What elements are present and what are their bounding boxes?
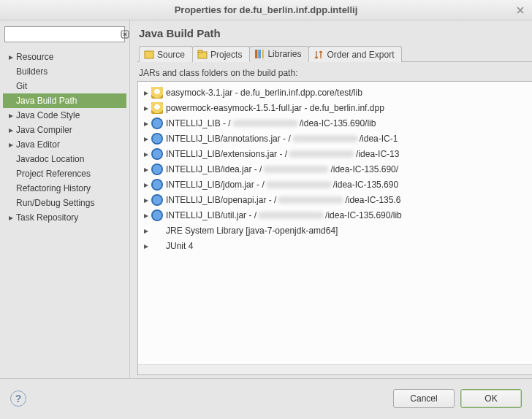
sidebar-item-resource[interactable]: ▸Resource bbox=[3, 50, 126, 64]
svg-rect-1 bbox=[145, 51, 153, 58]
tab-libraries[interactable]: Libraries bbox=[249, 46, 309, 62]
classpath-entry[interactable]: ▸JRE System Library [java-7-openjdk-amd6… bbox=[141, 223, 532, 238]
entry-text-suffix: /idea-IC-135.690 bbox=[333, 180, 398, 190]
order-icon bbox=[314, 50, 324, 60]
sidebar-item-label: Builders bbox=[16, 66, 48, 77]
expand-icon: ▸ bbox=[141, 88, 151, 98]
entry-text: INTELLIJ_LIB/idea.jar - / bbox=[166, 164, 262, 174]
category-tree[interactable]: ▸ResourceBuildersGitJava Build Path▸Java… bbox=[3, 48, 126, 375]
sidebar-item-java-editor[interactable]: ▸Java Editor bbox=[3, 137, 126, 152]
classpath-entry[interactable]: ▸INTELLIJ_LIB/openapi.jar - //idea-IC-13… bbox=[141, 192, 532, 207]
classpath-entry[interactable]: ▸powermock-easymock-1.5.1-full.jar - de.… bbox=[141, 100, 532, 115]
entry-text: JUnit 4 bbox=[166, 241, 193, 251]
projects-icon bbox=[197, 50, 208, 60]
redacted-path bbox=[258, 212, 324, 219]
tab-body: JARs and class folders on the build path… bbox=[137, 65, 532, 375]
page-title: Java Build Path bbox=[139, 27, 221, 39]
ok-button[interactable]: OK bbox=[460, 389, 522, 408]
classpath-entry[interactable]: ▸INTELLIJ_LIB/extensions.jar - //idea-IC… bbox=[141, 146, 532, 161]
classpath-entry[interactable]: ▸INTELLIJ_LIB/jdom.jar - //idea-IC-135.6… bbox=[141, 177, 532, 192]
expand-icon: ▸ bbox=[6, 125, 16, 135]
expand-icon: ▸ bbox=[141, 226, 151, 236]
sidebar-item-project-references[interactable]: Project References bbox=[3, 166, 126, 181]
expand-icon: ▸ bbox=[6, 110, 16, 120]
classpath-entry[interactable]: ▸easymock-3.1.jar - de.fu_berlin.inf.dpp… bbox=[141, 85, 532, 100]
expand-icon: ▸ bbox=[141, 195, 151, 205]
tab-projects[interactable]: Projects bbox=[192, 46, 250, 62]
sidebar-item-builders[interactable]: Builders bbox=[3, 64, 126, 79]
sidebar: ▸ResourceBuildersGitJava Build Path▸Java… bbox=[0, 20, 130, 378]
redacted-path bbox=[292, 135, 358, 142]
classpath-entry[interactable]: ▸INTELLIJ_LIB - //idea-IC-135.690/lib bbox=[141, 115, 532, 131]
entry-text: easymock-3.1.jar - de.fu_berlin.inf.dpp.… bbox=[166, 88, 362, 98]
expand-icon: ▸ bbox=[141, 241, 151, 251]
entry-text-suffix: /idea-IC-135.690/lib bbox=[325, 210, 402, 220]
entry-text-suffix: /idea-IC-135.690/lib bbox=[300, 118, 376, 128]
jar-icon bbox=[151, 87, 163, 99]
clear-filter-icon[interactable] bbox=[121, 30, 129, 39]
cancel-button[interactable]: Cancel bbox=[393, 389, 455, 408]
tab-label: Order and Export bbox=[327, 50, 394, 60]
content-area: ▸ResourceBuildersGitJava Build Path▸Java… bbox=[0, 20, 532, 378]
sidebar-item-label: Git bbox=[16, 81, 27, 91]
entry-text: powermock-easymock-1.5.1-full.jar - de.f… bbox=[166, 103, 384, 113]
sidebar-item-task-repository[interactable]: ▸Task Repository bbox=[3, 210, 126, 225]
entry-text: INTELLIJ_LIB/util.jar - / bbox=[166, 210, 256, 220]
sidebar-item-label: Task Repository bbox=[16, 212, 78, 223]
redacted-path bbox=[278, 196, 343, 204]
sidebar-item-javadoc-location[interactable]: Javadoc Location bbox=[3, 152, 126, 166]
filter-box bbox=[4, 26, 125, 42]
tab-order-and-export[interactable]: Order and Export bbox=[308, 46, 402, 62]
expand-icon: ▸ bbox=[141, 118, 151, 128]
redacted-path bbox=[263, 166, 329, 173]
variable-icon bbox=[151, 133, 163, 145]
entry-text: INTELLIJ_LIB/annotations.jar - / bbox=[166, 134, 291, 144]
sidebar-item-label: Refactoring History bbox=[16, 183, 91, 193]
sidebar-item-run-debug-settings[interactable]: Run/Debug Settings bbox=[3, 196, 126, 210]
entry-text-suffix: /idea-IC-1 bbox=[360, 134, 398, 144]
variable-icon bbox=[151, 194, 163, 206]
sidebar-item-label: Java Editor bbox=[16, 139, 60, 150]
sidebar-item-label: Java Build Path bbox=[16, 96, 77, 106]
variable-icon bbox=[151, 164, 163, 175]
classpath-entry[interactable]: ▸JUnit 4 bbox=[141, 238, 532, 253]
tab-bar: SourceProjectsLibrariesOrder and Export bbox=[137, 45, 532, 62]
classpath-entry[interactable]: ▸INTELLIJ_LIB/idea.jar - //idea-IC-135.6… bbox=[141, 161, 532, 177]
library-icon bbox=[151, 240, 163, 252]
close-icon[interactable] bbox=[514, 4, 526, 16]
properties-dialog: Properties for de.fu_berlin.inf.dpp.inte… bbox=[0, 0, 532, 419]
sidebar-item-label: Java Compiler bbox=[16, 125, 72, 135]
sidebar-item-java-build-path[interactable]: Java Build Path bbox=[3, 93, 126, 108]
sidebar-item-label: Javadoc Location bbox=[16, 154, 84, 164]
variable-icon bbox=[151, 148, 163, 160]
tab-source[interactable]: Source bbox=[139, 46, 193, 62]
entry-text: INTELLIJ_LIB/jdom.jar - / bbox=[166, 180, 265, 190]
tab-label: Libraries bbox=[267, 49, 301, 59]
dialog-footer: ? Cancel OK bbox=[0, 378, 532, 418]
variable-icon bbox=[151, 210, 163, 221]
redacted-path bbox=[266, 181, 332, 188]
sidebar-item-java-compiler[interactable]: ▸Java Compiler bbox=[3, 123, 126, 137]
entry-text: INTELLIJ_LIB/openapi.jar - / bbox=[166, 195, 276, 205]
classpath-entry[interactable]: ▸INTELLIJ_LIB/util.jar - //idea-IC-135.6… bbox=[141, 207, 532, 223]
sidebar-item-java-code-style[interactable]: ▸Java Code Style bbox=[3, 108, 126, 123]
main-header: Java Build Path ⇦ ▾ ⇨ ▾ bbox=[137, 25, 532, 45]
variable-icon bbox=[151, 179, 163, 191]
expand-icon: ▸ bbox=[141, 164, 151, 174]
filter-input[interactable] bbox=[5, 27, 121, 42]
expand-icon: ▸ bbox=[141, 134, 151, 144]
library-icon bbox=[151, 225, 163, 237]
window-title: Properties for de.fu_berlin.inf.dpp.inte… bbox=[175, 4, 358, 15]
sidebar-item-refactoring-history[interactable]: Refactoring History bbox=[3, 181, 126, 196]
classpath-scroll[interactable]: ▸easymock-3.1.jar - de.fu_berlin.inf.dpp… bbox=[138, 82, 532, 364]
jar-icon bbox=[151, 102, 163, 114]
classpath-entry[interactable]: ▸INTELLIJ_LIB/annotations.jar - //idea-I… bbox=[141, 131, 532, 146]
horizontal-scrollbar[interactable] bbox=[138, 364, 532, 374]
entry-text: INTELLIJ_LIB/extensions.jar - / bbox=[166, 149, 287, 159]
tab-label: Source bbox=[157, 50, 185, 60]
instruction-text: JARs and class folders on the build path… bbox=[137, 65, 532, 81]
expand-icon: ▸ bbox=[6, 52, 16, 62]
sidebar-item-git[interactable]: Git bbox=[3, 79, 126, 93]
help-icon[interactable]: ? bbox=[10, 391, 26, 407]
expand-icon: ▸ bbox=[6, 139, 16, 150]
